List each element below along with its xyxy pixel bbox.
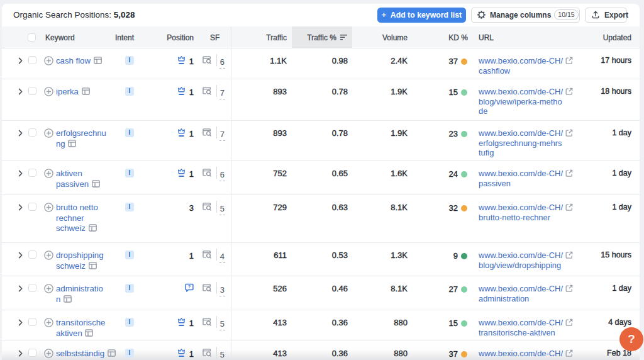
svg-text:?: ? (188, 284, 191, 290)
